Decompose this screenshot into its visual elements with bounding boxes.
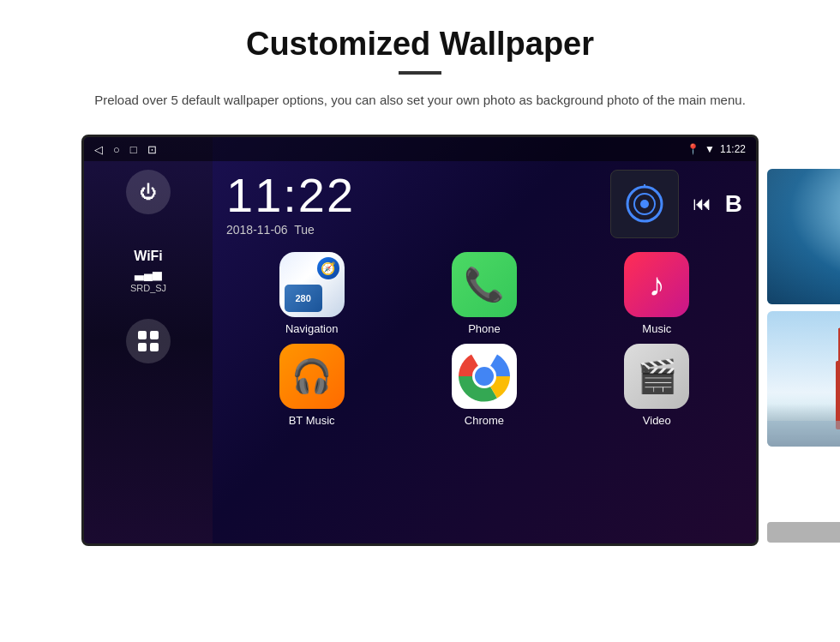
app-grid: 280 🧭 Navigation 📞 Phone	[213, 245, 756, 434]
music-icon: ♪	[624, 252, 689, 317]
apps-dot	[138, 343, 147, 351]
chrome-label: Chrome	[465, 414, 504, 427]
phone-label: Phone	[468, 322, 501, 335]
clock-date: 2018-11-06 Tue	[226, 223, 315, 237]
chrome-svg	[458, 350, 511, 403]
ice-wallpaper-thumb[interactable]	[767, 169, 840, 304]
carsetting-label: CarSetting	[767, 522, 840, 543]
app-item-navigation[interactable]: 280 🧭 Navigation	[230, 252, 393, 335]
status-bar-right: 📍 ▼ 11:22	[687, 143, 746, 155]
app-item-video[interactable]: 🎬 Video	[575, 344, 739, 427]
power-button[interactable]: ⏻	[126, 170, 171, 214]
media-app-letter: B	[725, 190, 742, 218]
wifi-signal-icon: ▼	[705, 143, 715, 155]
page-title: Customized Wallpaper	[246, 26, 594, 63]
apps-grid	[131, 324, 165, 358]
apps-button[interactable]	[126, 319, 171, 363]
video-label: Video	[643, 414, 671, 427]
main-content: 11:22 2018-11-06 Tue	[213, 137, 756, 543]
location-icon: 📍	[687, 143, 699, 155]
btmusic-icon: 🎧	[279, 344, 345, 409]
app-item-phone[interactable]: 📞 Phone	[402, 252, 566, 335]
antenna-icon	[623, 183, 666, 225]
apps-dot	[150, 343, 159, 351]
music-label: Music	[642, 322, 671, 335]
home-icon[interactable]: ○	[113, 143, 120, 156]
status-bar-left: ◁ ○ □ ⊡	[94, 143, 157, 156]
prev-track-icon[interactable]: ⏮	[693, 193, 711, 215]
bridge-wallpaper-thumb[interactable]	[767, 311, 840, 447]
app-item-chrome[interactable]: Chrome	[402, 344, 566, 427]
status-bar: ◁ ○ □ ⊡ 📍 ▼ 11:22	[84, 137, 756, 161]
recents-icon[interactable]: □	[130, 143, 137, 156]
clock-area: 11:22 2018-11-06 Tue	[213, 161, 756, 245]
page-description: Preload over 5 default wallpaper options…	[94, 90, 746, 111]
sidebar: ⏻ WiFi ▃▄▅ SRD_SJ	[84, 137, 213, 543]
svg-point-2	[640, 200, 649, 208]
apps-dot	[138, 331, 147, 339]
chrome-icon	[452, 344, 517, 409]
wallpaper-previews	[767, 169, 840, 447]
title-divider	[399, 71, 441, 75]
navigation-icon: 280 🧭	[279, 252, 345, 317]
wifi-info: WiFi ▃▄▅ SRD_SJ	[130, 249, 166, 293]
power-icon: ⏻	[140, 183, 157, 202]
wifi-bars: ▃▄▅	[130, 267, 166, 280]
device-frame: ◁ ○ □ ⊡ 📍 ▼ 11:22 ⏻ WiFi ▃▄▅	[81, 135, 759, 546]
media-icon-box	[610, 170, 679, 238]
svg-point-6	[475, 367, 494, 386]
clock-section: 11:22 2018-11-06 Tue	[226, 171, 355, 237]
back-icon[interactable]: ◁	[94, 143, 103, 156]
phone-icon: 📞	[452, 252, 517, 317]
video-icon: 🎬	[624, 344, 689, 409]
screenshot-icon[interactable]: ⊡	[147, 143, 157, 156]
apps-dot	[150, 331, 159, 339]
media-controls: ⏮ B	[610, 170, 742, 238]
page-wrapper: Customized Wallpaper Preload over 5 defa…	[0, 0, 840, 563]
wifi-label: WiFi	[130, 249, 166, 264]
status-time: 11:22	[720, 143, 746, 155]
wifi-ssid: SRD_SJ	[130, 283, 166, 293]
navigation-label: Navigation	[285, 322, 338, 335]
btmusic-label: BT Music	[289, 414, 335, 427]
app-item-music[interactable]: ♪ Music	[575, 252, 739, 335]
app-item-btmusic[interactable]: 🎧 BT Music	[230, 344, 393, 427]
clock-time: 11:22	[226, 171, 355, 219]
